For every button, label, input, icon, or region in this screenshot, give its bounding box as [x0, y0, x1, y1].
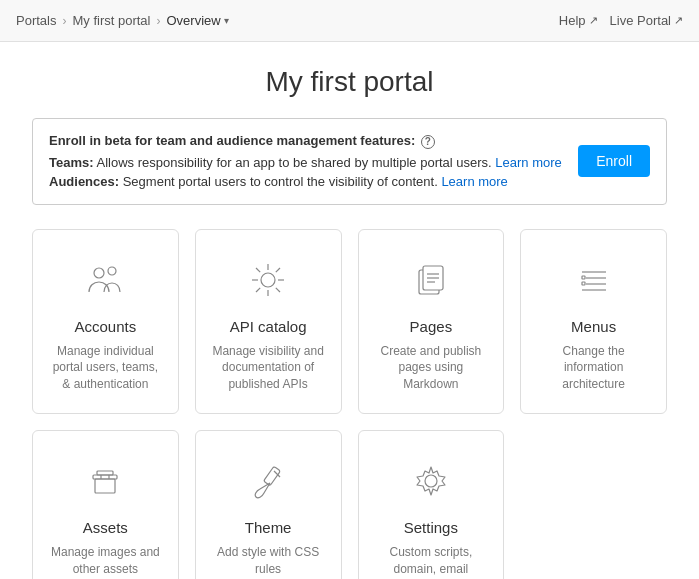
external-link-icon: ↗ — [589, 14, 598, 27]
external-link-icon-2: ↗ — [674, 14, 683, 27]
enroll-button[interactable]: Enroll — [578, 145, 650, 177]
api-catalog-card[interactable]: API catalog Manage visibility and docume… — [195, 229, 342, 414]
cards-grid-row1: Accounts Manage individual portal users,… — [32, 229, 667, 414]
help-tooltip-icon[interactable]: ? — [421, 135, 435, 149]
beta-banner-text: Enroll in beta for team and audience man… — [49, 131, 562, 192]
svg-point-1 — [108, 267, 116, 275]
api-catalog-icon — [242, 254, 294, 306]
empty-card-slot — [520, 430, 667, 579]
teams-text: Allows responsibility for an app to be s… — [96, 155, 495, 170]
svg-point-0 — [94, 268, 104, 278]
pages-icon — [405, 254, 457, 306]
accounts-icon — [79, 254, 131, 306]
accounts-desc: Manage individual portal users, teams, &… — [49, 343, 162, 393]
assets-title: Assets — [83, 519, 128, 536]
assets-icon — [79, 455, 131, 507]
api-catalog-title: API catalog — [230, 318, 307, 335]
svg-rect-24 — [97, 471, 113, 475]
breadcrumb-sep-2: › — [156, 14, 160, 28]
assets-card[interactable]: Assets Manage images and other assets — [32, 430, 179, 579]
settings-desc: Custom scripts, domain, email settings..… — [375, 544, 488, 579]
svg-rect-27 — [264, 466, 281, 485]
svg-line-10 — [256, 287, 260, 291]
nav-actions: Help ↗ Live Portal ↗ — [559, 13, 683, 28]
svg-point-29 — [425, 475, 437, 487]
svg-rect-23 — [93, 475, 117, 479]
breadcrumb-current: Overview ▾ — [166, 13, 228, 28]
svg-rect-22 — [95, 479, 115, 493]
current-page-label: Overview — [166, 13, 220, 28]
accounts-title: Accounts — [75, 318, 137, 335]
theme-desc: Add style with CSS rules — [212, 544, 325, 578]
pages-desc: Create and publish pages using Markdown — [375, 343, 488, 393]
api-catalog-desc: Manage visibility and documentation of p… — [212, 343, 325, 393]
dropdown-arrow-icon[interactable]: ▾ — [224, 15, 229, 26]
audiences-learn-more[interactable]: Learn more — [441, 174, 507, 189]
help-label: Help — [559, 13, 586, 28]
breadcrumb: Portals › My first portal › Overview ▾ — [16, 13, 229, 28]
svg-line-8 — [276, 287, 280, 291]
menus-title: Menus — [571, 318, 616, 335]
breadcrumb-sep-1: › — [62, 14, 66, 28]
pages-card[interactable]: Pages Create and publish pages using Mar… — [358, 229, 505, 414]
svg-rect-20 — [582, 276, 585, 279]
pages-title: Pages — [410, 318, 453, 335]
settings-card[interactable]: Settings Custom scripts, domain, email s… — [358, 430, 505, 579]
breadcrumb-portal-name[interactable]: My first portal — [72, 13, 150, 28]
live-portal-label: Live Portal — [610, 13, 671, 28]
theme-icon — [242, 455, 294, 507]
help-link[interactable]: Help ↗ — [559, 13, 598, 28]
assets-desc: Manage images and other assets — [49, 544, 162, 578]
svg-point-2 — [261, 273, 275, 287]
cards-grid-row2: Assets Manage images and other assets Th… — [32, 430, 667, 579]
beta-teams-line: Teams: Allows responsibility for an app … — [49, 153, 562, 173]
menus-icon — [568, 254, 620, 306]
beta-banner-title: Enroll in beta for team and audience man… — [49, 131, 562, 151]
svg-line-7 — [256, 268, 260, 272]
settings-title: Settings — [404, 519, 458, 536]
audiences-label: Audiences: — [49, 174, 119, 189]
beta-banner: Enroll in beta for team and audience man… — [32, 118, 667, 205]
beta-audiences-line: Audiences: Segment portal users to contr… — [49, 172, 562, 192]
live-portal-link[interactable]: Live Portal ↗ — [610, 13, 683, 28]
menus-card[interactable]: Menus Change the information architectur… — [520, 229, 667, 414]
audiences-text: Segment portal users to control the visi… — [123, 174, 442, 189]
theme-card[interactable]: Theme Add style with CSS rules — [195, 430, 342, 579]
svg-rect-21 — [582, 282, 585, 285]
settings-icon — [405, 455, 457, 507]
page-title: My first portal — [32, 66, 667, 98]
accounts-card[interactable]: Accounts Manage individual portal users,… — [32, 229, 179, 414]
breadcrumb-portals[interactable]: Portals — [16, 13, 56, 28]
menus-desc: Change the information architecture — [537, 343, 650, 393]
main-content: My first portal Enroll in beta for team … — [0, 42, 699, 579]
teams-learn-more[interactable]: Learn more — [495, 155, 561, 170]
teams-label: Teams: — [49, 155, 94, 170]
theme-title: Theme — [245, 519, 292, 536]
svg-line-9 — [276, 268, 280, 272]
top-nav: Portals › My first portal › Overview ▾ H… — [0, 0, 699, 42]
